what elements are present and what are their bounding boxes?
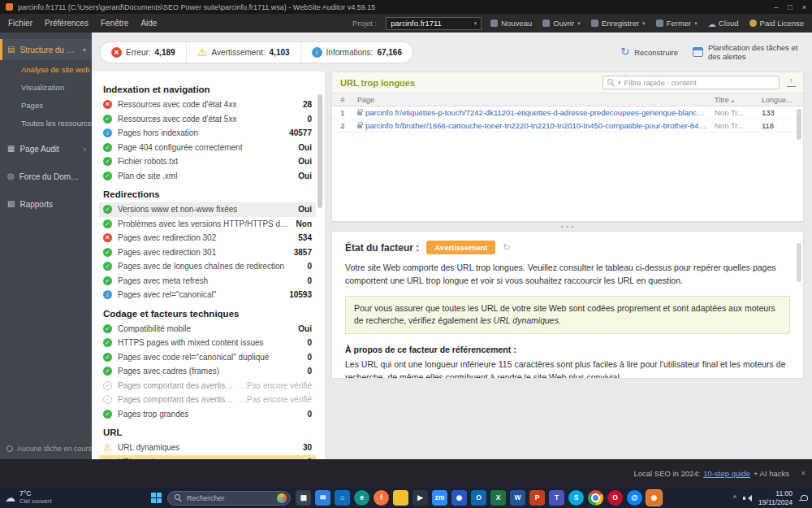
search-input[interactable] <box>187 494 272 502</box>
factor-row[interactable]: Pages avec rel="canonical" 10593 <box>99 288 316 302</box>
weather-widget[interactable]: 7°C Ciel couvert <box>5 490 52 505</box>
status-counter[interactable]: Informations: 67,166 <box>301 42 412 63</box>
factor-row[interactable]: Pages trop grandes 0 <box>99 407 316 422</box>
table-row[interactable]: 2 parcinfo.fr/brother/1666-cartouche-ton… <box>332 119 803 132</box>
teams-icon[interactable]: T <box>549 490 564 506</box>
toolbar-button[interactable]: Cloud <box>708 19 739 28</box>
minimize-button[interactable]: – <box>774 3 778 11</box>
sidebar-item[interactable]: Pages <box>0 96 92 114</box>
menu-item[interactable]: Fichier <box>8 19 32 28</box>
titre-cell: Non Tr... <box>710 108 758 117</box>
outlook-icon[interactable]: O <box>471 490 486 506</box>
factor-row[interactable]: Pages comportant des avertissements et d… <box>99 379 316 393</box>
page-url-link[interactable]: parcinfo.fr/brother/1666-cartouche-toner… <box>365 121 706 130</box>
splitter-handle[interactable] <box>331 222 804 231</box>
copilot-icon[interactable] <box>277 493 287 503</box>
banner-close-icon[interactable]: × <box>801 469 806 478</box>
chevron-down-icon <box>694 20 698 27</box>
factor-row[interactable]: Pages avec de longues chaînes de redirec… <box>99 259 316 274</box>
table-scrollbar[interactable] <box>797 109 801 140</box>
factor-scrollbar[interactable] <box>317 94 322 208</box>
task-view-icon[interactable]: ▦ <box>296 490 311 506</box>
sidebar-item[interactable]: Visualization <box>0 78 92 96</box>
taskbar-search[interactable] <box>167 491 291 506</box>
sidebar-section[interactable]: Page Audit <box>0 138 92 159</box>
factor-row[interactable]: Pages avec meta refresh 0 <box>99 274 316 289</box>
status-counter[interactable]: Erreur: 4,189 <box>101 42 187 63</box>
sidebar-section[interactable]: Structure du site <box>0 39 92 60</box>
menu-item[interactable]: Fenêtre <box>101 19 128 28</box>
column-longueur[interactable]: Longue... <box>758 96 803 104</box>
factor-row[interactable]: URL dynamiques 30 <box>99 441 316 455</box>
toolbar-button[interactable]: Nouveau <box>490 19 532 28</box>
factor-row[interactable]: Pages hors indexation 40577 <box>99 126 316 141</box>
menu-item[interactable]: Aide <box>140 19 157 28</box>
banner-link[interactable]: 10-step guide <box>703 469 750 478</box>
factor-row[interactable]: Pages avec cadres (frames) 0 <box>99 364 316 379</box>
toolbar-button[interactable]: Enregistrer <box>591 19 646 28</box>
factor-row[interactable]: Compatibilité mobile Oui <box>99 322 316 336</box>
sidebar-item[interactable]: Toutes les ressources <box>0 114 92 132</box>
factor-row[interactable]: Pages avec redirection 301 3857 <box>99 245 316 260</box>
factor-section-title: Redirections <box>103 189 312 199</box>
export-icon[interactable] <box>786 77 797 88</box>
firefox-icon[interactable]: f <box>374 490 389 506</box>
project-selector[interactable]: parcinfo.fr1711 <box>386 17 482 30</box>
opera-icon[interactable]: O <box>607 490 623 506</box>
column-titre[interactable]: Titre <box>710 96 758 104</box>
toolbar-button[interactable]: Paid License <box>749 19 804 28</box>
page-url-link[interactable]: parcinfo.fr/etiquettes-p-touch/7242-dk11… <box>365 108 706 117</box>
toolbar-button[interactable]: Fermer <box>656 19 698 28</box>
menu-item[interactable]: Préférences <box>45 19 89 28</box>
store-icon[interactable]: ⌂ <box>335 490 350 506</box>
powerpoint-icon[interactable]: P <box>529 490 545 506</box>
zoom-icon[interactable]: zm <box>432 490 447 506</box>
column-page[interactable]: Page <box>353 96 710 104</box>
table-row[interactable]: 1 parcinfo.fr/etiquettes-p-touch/7242-dk… <box>332 106 803 119</box>
maximize-button[interactable]: □ <box>788 3 792 11</box>
tray-expand-icon[interactable] <box>733 494 736 502</box>
edge-icon[interactable]: e <box>354 490 369 506</box>
factor-row[interactable]: Plan de site .xml Oui <box>99 169 316 184</box>
schedule-button[interactable]: Planification des tâches et des alertes <box>693 43 799 62</box>
factor-row[interactable]: Ressources avec code d'état 4xx 28 <box>99 98 316 112</box>
notifications-icon[interactable] <box>799 494 807 502</box>
excel-icon[interactable]: X <box>490 490 506 506</box>
skype-icon[interactable]: S <box>568 490 584 506</box>
website-auditor-icon[interactable]: ◉ <box>646 490 662 506</box>
clock[interactable]: 11:00 19/11/2024 <box>758 489 793 506</box>
word-icon[interactable]: W <box>510 490 525 506</box>
quick-filter[interactable] <box>603 76 780 89</box>
sidebar-section[interactable]: Force du Domaine <box>0 166 92 187</box>
status-counter[interactable]: Avertissement: 4,103 <box>187 42 301 63</box>
factor-row[interactable]: Pages comportant des avertissements et d… <box>99 393 316 407</box>
photos-icon[interactable]: ◉ <box>451 490 467 506</box>
factor-row[interactable]: Ressources avec code d'état 5xx 0 <box>99 112 316 127</box>
factor-row[interactable]: Problèmes avec les versions HTTP/HTTPS d… <box>99 217 316 232</box>
sidebar-section[interactable]: Rapports <box>0 193 92 215</box>
column-num[interactable]: # <box>332 96 353 104</box>
factor-row[interactable]: Versions www et non-www fixées Oui <box>99 202 316 217</box>
factor-row[interactable]: Pages avec redirection 302 534 <box>99 231 316 245</box>
detail-scrollbar[interactable] <box>797 243 801 282</box>
file-explorer-icon[interactable] <box>393 490 408 506</box>
quick-filter-input[interactable] <box>624 78 775 87</box>
factor-row[interactable]: Pages avec code rel="canonical" dupliqué… <box>99 350 316 365</box>
chrome-icon[interactable] <box>588 490 603 506</box>
rebuild-button[interactable]: Reconstruire <box>620 47 678 57</box>
factor-row[interactable]: Page 404 configurée correctement Oui <box>99 141 316 155</box>
start-button[interactable] <box>150 492 162 504</box>
media-player-icon[interactable]: ▶ <box>412 490 428 506</box>
sidebar-item[interactable]: Analyse de site web <box>0 60 92 78</box>
factor-row[interactable]: HTTPS pages with mixed content issues 0 <box>99 336 316 350</box>
toolbar-button[interactable]: Ouvrir <box>542 19 580 28</box>
close-button[interactable]: × <box>802 3 806 11</box>
search-icon <box>607 79 615 86</box>
factor-row[interactable]: Fichier robots.txt Oui <box>99 154 316 169</box>
refresh-icon[interactable] <box>503 242 510 253</box>
volume-icon[interactable] <box>743 494 752 501</box>
mail-icon[interactable]: ✉ <box>315 490 330 506</box>
thunderbird-icon[interactable]: @ <box>627 490 642 506</box>
factor-status-icon <box>103 262 112 271</box>
factor-value: ...Pas encore vérifié <box>240 381 312 390</box>
